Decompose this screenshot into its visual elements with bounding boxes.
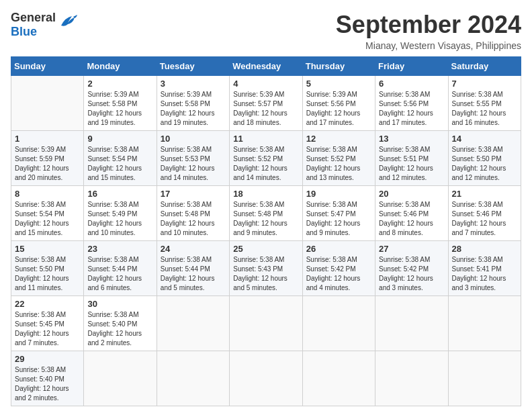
calendar-cell: 13Sunrise: 5:38 AMSunset: 5:51 PMDayligh… [375, 131, 448, 186]
calendar-week-row: 1Sunrise: 5:39 AMSunset: 5:59 PMDaylight… [11, 131, 521, 186]
day-info: Sunrise: 5:39 AMSunset: 5:58 PMDaylight:… [87, 90, 152, 128]
day-number: 15 [15, 244, 80, 254]
day-number: 28 [452, 244, 517, 254]
day-header-monday: Monday [84, 57, 157, 76]
calendar-week-row: 15Sunrise: 5:38 AMSunset: 5:50 PMDayligh… [11, 241, 521, 296]
day-number: 12 [306, 134, 371, 144]
calendar-cell [375, 296, 448, 351]
day-number: 23 [87, 244, 152, 254]
calendar-cell: 23Sunrise: 5:38 AMSunset: 5:44 PMDayligh… [84, 241, 157, 296]
day-header-thursday: Thursday [302, 57, 375, 76]
day-header-wednesday: Wednesday [230, 57, 302, 76]
day-info: Sunrise: 5:38 AMSunset: 5:41 PMDaylight:… [452, 255, 517, 293]
page-header: General Blue September 2024 Mianay, West… [11, 11, 521, 51]
calendar-cell [157, 296, 229, 351]
calendar-cell: 5Sunrise: 5:39 AMSunset: 5:56 PMDaylight… [302, 76, 375, 131]
calendar-cell: 26Sunrise: 5:38 AMSunset: 5:42 PMDayligh… [302, 241, 375, 296]
day-number: 22 [15, 299, 80, 309]
day-number: 27 [379, 244, 444, 254]
calendar-cell: 7Sunrise: 5:38 AMSunset: 5:55 PMDaylight… [448, 76, 521, 131]
calendar-cell: 4Sunrise: 5:39 AMSunset: 5:57 PMDaylight… [230, 76, 302, 131]
calendar-cell [157, 351, 229, 406]
day-info: Sunrise: 5:38 AMSunset: 5:42 PMDaylight:… [379, 255, 444, 293]
calendar-cell: 22Sunrise: 5:38 AMSunset: 5:45 PMDayligh… [11, 296, 84, 351]
day-number: 17 [161, 189, 226, 199]
calendar-cell: 8Sunrise: 5:38 AMSunset: 5:54 PMDaylight… [11, 186, 84, 241]
day-info: Sunrise: 5:38 AMSunset: 5:47 PMDaylight:… [306, 200, 371, 238]
calendar-cell: 16Sunrise: 5:38 AMSunset: 5:49 PMDayligh… [84, 186, 157, 241]
day-number: 25 [233, 244, 298, 254]
calendar-cell: 15Sunrise: 5:38 AMSunset: 5:50 PMDayligh… [11, 241, 84, 296]
day-number: 6 [379, 79, 444, 89]
calendar-cell [302, 296, 375, 351]
day-info: Sunrise: 5:38 AMSunset: 5:52 PMDaylight:… [233, 145, 298, 183]
day-number: 26 [306, 244, 371, 254]
day-info: Sunrise: 5:38 AMSunset: 5:56 PMDaylight:… [379, 90, 444, 128]
calendar-cell: 17Sunrise: 5:38 AMSunset: 5:48 PMDayligh… [157, 186, 229, 241]
calendar-week-row: 8Sunrise: 5:38 AMSunset: 5:54 PMDaylight… [11, 186, 521, 241]
calendar-cell: 2Sunrise: 5:39 AMSunset: 5:58 PMDaylight… [84, 76, 157, 131]
day-number: 1 [15, 134, 80, 144]
day-info: Sunrise: 5:38 AMSunset: 5:40 PMDaylight:… [87, 310, 152, 348]
day-info: Sunrise: 5:38 AMSunset: 5:46 PMDaylight:… [452, 200, 517, 238]
day-info: Sunrise: 5:38 AMSunset: 5:52 PMDaylight:… [306, 145, 371, 183]
calendar-cell: 29Sunrise: 5:38 AMSunset: 5:40 PMDayligh… [11, 351, 84, 406]
day-number: 30 [87, 299, 152, 309]
calendar-cell [448, 351, 521, 406]
month-year-title: September 2024 [336, 11, 521, 39]
calendar-cell: 6Sunrise: 5:38 AMSunset: 5:56 PMDaylight… [375, 76, 448, 131]
calendar-cell: 11Sunrise: 5:38 AMSunset: 5:52 PMDayligh… [230, 131, 302, 186]
calendar-week-row: 2Sunrise: 5:39 AMSunset: 5:58 PMDaylight… [11, 76, 521, 131]
logo-line2: Blue [11, 25, 37, 38]
logo: General Blue [11, 11, 77, 39]
calendar-cell: 14Sunrise: 5:38 AMSunset: 5:50 PMDayligh… [448, 131, 521, 186]
day-info: Sunrise: 5:38 AMSunset: 5:44 PMDaylight:… [87, 255, 152, 293]
day-info: Sunrise: 5:39 AMSunset: 5:58 PMDaylight:… [161, 90, 226, 128]
day-number: 13 [379, 134, 444, 144]
calendar-header-row: SundayMondayTuesdayWednesdayThursdayFrid… [11, 57, 521, 76]
calendar-cell: 28Sunrise: 5:38 AMSunset: 5:41 PMDayligh… [448, 241, 521, 296]
calendar-cell: 1Sunrise: 5:39 AMSunset: 5:59 PMDaylight… [11, 131, 84, 186]
calendar-cell: 20Sunrise: 5:38 AMSunset: 5:46 PMDayligh… [375, 186, 448, 241]
day-number: 9 [87, 134, 152, 144]
calendar-cell: 3Sunrise: 5:39 AMSunset: 5:58 PMDaylight… [157, 76, 229, 131]
day-info: Sunrise: 5:38 AMSunset: 5:42 PMDaylight:… [306, 255, 371, 293]
day-info: Sunrise: 5:39 AMSunset: 5:56 PMDaylight:… [306, 90, 371, 128]
day-number: 3 [161, 79, 226, 89]
calendar-cell: 18Sunrise: 5:38 AMSunset: 5:48 PMDayligh… [230, 186, 302, 241]
day-number: 24 [161, 244, 226, 254]
day-info: Sunrise: 5:38 AMSunset: 5:53 PMDaylight:… [161, 145, 226, 183]
calendar-cell [84, 351, 157, 406]
day-header-friday: Friday [375, 57, 448, 76]
calendar-cell [230, 296, 302, 351]
day-number: 2 [87, 79, 152, 89]
day-number: 5 [306, 79, 371, 89]
day-number: 29 [15, 354, 80, 364]
location-subtitle: Mianay, Western Visayas, Philippines [336, 40, 521, 51]
day-info: Sunrise: 5:38 AMSunset: 5:40 PMDaylight:… [15, 365, 80, 403]
day-info: Sunrise: 5:38 AMSunset: 5:48 PMDaylight:… [233, 200, 298, 238]
day-number: 16 [87, 189, 152, 199]
day-info: Sunrise: 5:38 AMSunset: 5:51 PMDaylight:… [379, 145, 444, 183]
day-number: 18 [233, 189, 298, 199]
calendar-cell: 21Sunrise: 5:38 AMSunset: 5:46 PMDayligh… [448, 186, 521, 241]
calendar-cell: 27Sunrise: 5:38 AMSunset: 5:42 PMDayligh… [375, 241, 448, 296]
calendar-cell: 19Sunrise: 5:38 AMSunset: 5:47 PMDayligh… [302, 186, 375, 241]
day-number: 10 [161, 134, 226, 144]
day-info: Sunrise: 5:38 AMSunset: 5:54 PMDaylight:… [87, 145, 152, 183]
day-number: 19 [306, 189, 371, 199]
day-number: 11 [233, 134, 298, 144]
calendar-cell: 30Sunrise: 5:38 AMSunset: 5:40 PMDayligh… [84, 296, 157, 351]
logo-line1: General [11, 11, 56, 24]
day-info: Sunrise: 5:39 AMSunset: 5:57 PMDaylight:… [233, 90, 298, 128]
day-info: Sunrise: 5:38 AMSunset: 5:54 PMDaylight:… [15, 200, 80, 238]
calendar-cell [230, 351, 302, 406]
day-number: 8 [15, 189, 80, 199]
day-info: Sunrise: 5:38 AMSunset: 5:46 PMDaylight:… [379, 200, 444, 238]
day-number: 7 [452, 79, 517, 89]
day-number: 20 [379, 189, 444, 199]
logo-bird-icon [58, 13, 77, 28]
calendar-cell [375, 351, 448, 406]
day-number: 21 [452, 189, 517, 199]
day-info: Sunrise: 5:38 AMSunset: 5:45 PMDaylight:… [15, 310, 80, 348]
